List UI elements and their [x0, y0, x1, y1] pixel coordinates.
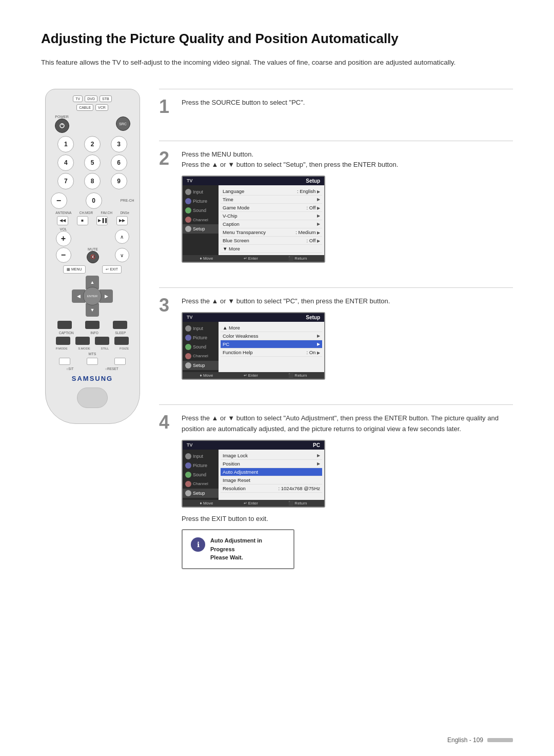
exit-button[interactable]: ↩ EXIT	[102, 265, 122, 274]
progress-box: ℹ Auto Adjustment in Progress Please Wai…	[182, 529, 294, 569]
tv-button[interactable]: TV	[73, 95, 83, 102]
input-label: Input	[193, 189, 203, 195]
setup-icon	[185, 226, 191, 232]
num-2-button[interactable]: 2	[84, 136, 101, 152]
caption-row	[51, 321, 134, 329]
menu-resolution-label: Resolution	[223, 486, 246, 491]
num-7-button[interactable]: 7	[57, 173, 74, 189]
rew-button[interactable]: ◀◀	[57, 216, 68, 225]
ch-down-button[interactable]: ∨	[115, 248, 129, 262]
menu-button[interactable]: ▦ MENU	[63, 265, 86, 274]
mute-center: MUTE 🔇	[87, 247, 99, 263]
tv-sidebar-1: Input Picture Sound	[183, 185, 219, 255]
dash-button[interactable]: −	[51, 192, 67, 209]
extra-button[interactable]	[87, 358, 98, 365]
num-4-button[interactable]: 4	[57, 154, 74, 171]
caption-label: CAPTION	[59, 331, 74, 335]
menu-colorweakness-label: Color Weakness	[223, 333, 259, 339]
menu-time: Time ▶	[221, 196, 322, 204]
mute-button[interactable]: 🔇	[87, 251, 99, 263]
menu-position-label: Position	[223, 461, 240, 467]
num-8-button[interactable]: 8	[84, 173, 101, 189]
small-buttons-row	[51, 358, 134, 365]
tv-footer-2: ♦ Move ↵ Enter ⬛ Return	[183, 372, 324, 379]
menu-language: Language : English ▶	[221, 187, 322, 196]
tv-footer-1: ♦ Move ↵ Enter ⬛ Return	[183, 255, 324, 262]
menu-imagelock-label: Image Lock	[223, 453, 248, 458]
sound-label-2: Sound	[193, 344, 206, 350]
picture-icon	[185, 198, 191, 204]
menu-bluescreen: Blue Screen : Off ▶	[221, 237, 322, 245]
menu-gamemode-label: Game Mode	[223, 205, 249, 210]
num-3-button[interactable]: 3	[111, 136, 127, 152]
picture-label-2: Picture	[193, 335, 207, 340]
smode-button[interactable]	[75, 337, 90, 345]
step-4-text: Press the ▲ or ▼ button to select "Auto …	[182, 413, 513, 435]
ch-up-button[interactable]: ∧	[115, 229, 129, 244]
source-button[interactable]: SRC	[116, 117, 130, 131]
sound-icon-3	[185, 472, 191, 478]
stop-button[interactable]: ■	[77, 216, 88, 225]
sidebar-channel-2: Channel	[183, 352, 219, 361]
tv-footer-3: ♦ Move ↵ Enter ⬛ Return	[183, 500, 324, 507]
menu-vchip-arrow: ▶	[317, 214, 320, 218]
menu-functionhelp-value: : On ▶	[306, 350, 320, 355]
power-label: POWER	[55, 115, 68, 119]
step-4-exit-text: Press the EXIT button to exit.	[182, 514, 513, 525]
sidebar-input-3: Input	[183, 452, 219, 461]
sound-icon-2	[185, 344, 191, 350]
num-1-button[interactable]: 1	[57, 136, 74, 152]
setup-label: Setup	[193, 226, 205, 231]
remote-bottom-oval	[77, 387, 108, 408]
num-0-button[interactable]: 0	[86, 192, 102, 209]
power-button[interactable]	[55, 119, 69, 133]
mts-button[interactable]	[59, 358, 70, 365]
footer-move-2: ♦ Move	[200, 373, 213, 378]
page-content: Adjusting the Picture Quality and Positi…	[0, 0, 554, 625]
tv-body-3: Input Picture Sound	[183, 450, 324, 500]
mts-label: MTS	[89, 352, 96, 356]
caption-labels: CAPTION INFO SLEEP	[51, 331, 134, 335]
mts-row: MTS	[51, 352, 134, 356]
sidebar-channel-3: Channel	[183, 479, 219, 489]
menu-more: ▼ More	[221, 245, 322, 253]
tv-header-label-3: TV	[187, 442, 193, 448]
pmode-button[interactable]	[56, 337, 70, 345]
channel-label-2: Channel	[193, 354, 208, 358]
info-button[interactable]	[85, 321, 100, 329]
still-button[interactable]	[95, 337, 109, 345]
step-1: 1 Press the SOURCE button to select "PC"…	[159, 89, 513, 126]
menu-resolution: Resolution : 1024x768 @75Hz	[221, 484, 322, 493]
menu-bluescreen-label: Blue Screen	[223, 238, 249, 243]
input-icon-3	[185, 453, 191, 459]
num-6-button[interactable]: 6	[111, 154, 127, 171]
intro-text: This feature allows the TV to self-adjus…	[41, 57, 513, 68]
menu-transparency: Menu Transparency : Medium ▶	[221, 228, 322, 237]
psize-button[interactable]	[114, 337, 129, 345]
cable-button[interactable]: CABLE	[76, 104, 93, 111]
ff-button[interactable]: ▶▶	[116, 216, 128, 225]
sidebar-picture-2: Picture	[183, 333, 219, 342]
prech-row: − 0 PRE-CH	[51, 192, 134, 209]
vol-down-button[interactable]: −	[56, 247, 71, 263]
num-9-button[interactable]: 9	[111, 173, 127, 189]
caption-button[interactable]	[57, 321, 72, 329]
num-5-button[interactable]: 5	[84, 154, 101, 171]
enter-button[interactable]: ENTER	[83, 287, 102, 305]
sit-label: ○SIT	[66, 367, 73, 371]
menu-gamemode-value: : Off ▶	[307, 205, 320, 210]
sleep-button[interactable]	[113, 321, 127, 329]
step-3: 3 Press the ▲ or ▼ button to select "PC"…	[159, 287, 513, 390]
extra2-button[interactable]	[114, 358, 126, 365]
dvd-button[interactable]: DVD	[85, 95, 97, 102]
vol-up-button[interactable]: +	[56, 231, 71, 246]
vcr-button[interactable]: VCR	[95, 104, 108, 111]
footer-move-3: ♦ Move	[200, 501, 213, 506]
sidebar-channel: Channel	[183, 215, 219, 224]
play-button[interactable]: ▶▐▐	[96, 216, 108, 225]
input-label-3: Input	[193, 454, 203, 459]
remote-container: TV DVD STB CABLE VCR POWER	[41, 89, 144, 424]
picture-icon-2	[185, 335, 191, 341]
menu-language-label: Language	[223, 188, 244, 194]
stb-button[interactable]: STB	[100, 95, 112, 102]
